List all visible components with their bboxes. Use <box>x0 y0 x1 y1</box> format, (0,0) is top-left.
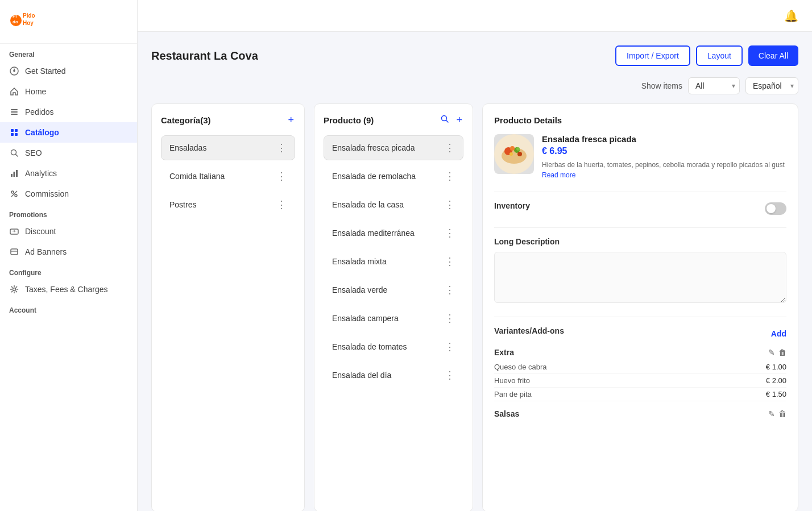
list-item[interactable]: Postres ⋮ <box>161 192 295 217</box>
delete-salsas-button[interactable]: 🗑 <box>778 409 786 418</box>
import-export-button[interactable]: Import / Export <box>615 45 690 66</box>
list-item[interactable]: Ensalada mediterránea ⋮ <box>324 221 463 246</box>
detail-panel: Producto Details <box>482 103 798 511</box>
product-item-menu[interactable]: ⋮ <box>445 142 455 154</box>
inventory-row: Inventory <box>494 201 786 216</box>
edit-addon-group-button[interactable]: ✎ <box>768 348 775 357</box>
product-item-menu[interactable]: ⋮ <box>445 170 455 182</box>
product-detail-top: Ensalada fresca picada € 6.95 Hierbas de… <box>494 134 786 180</box>
product-actions: + <box>439 113 463 127</box>
inventory-section: Inventory <box>494 192 786 216</box>
addon-group-actions: ✎ 🗑 <box>768 409 786 418</box>
search-product-button[interactable] <box>439 113 450 127</box>
sidebar-item-pedidos[interactable]: Pedidos <box>0 102 137 122</box>
svg-point-19 <box>11 191 14 193</box>
sidebar-item-commission[interactable]: Commission <box>0 184 137 204</box>
addon-group-header: Extra ✎ 🗑 <box>494 348 786 357</box>
compass-icon <box>9 66 19 76</box>
product-image <box>494 134 534 174</box>
svg-rect-11 <box>15 129 18 132</box>
sidebar-item-ad-banners[interactable]: Ad Banners <box>0 242 137 262</box>
product-title: Producto (9) <box>324 115 374 125</box>
variants-label: Variantes/Add-ons <box>494 326 564 335</box>
product-item-menu[interactable]: ⋮ <box>445 340 455 353</box>
variants-header: Variantes/Add-ons Add <box>494 326 786 341</box>
addon-group-name: Extra <box>494 348 514 357</box>
add-product-button[interactable]: + <box>455 113 463 127</box>
product-header: Producto (9) + <box>324 113 463 127</box>
notification-icon[interactable]: 🔔 <box>784 9 798 23</box>
product-item-menu[interactable]: ⋮ <box>445 198 455 211</box>
product-item-menu[interactable]: ⋮ <box>445 284 455 296</box>
svg-text:do: do <box>13 19 18 24</box>
svg-marker-6 <box>13 68 15 72</box>
list-item[interactable]: Ensalada de tomates ⋮ <box>324 334 463 359</box>
product-item-label: Ensalada del día <box>332 371 391 380</box>
variants-section: Variantes/Add-ons Add Extra ✎ 🗑 <box>494 317 786 418</box>
product-item-label: Ensalada verde <box>332 285 387 294</box>
add-category-button[interactable]: + <box>287 113 295 127</box>
svg-rect-13 <box>15 133 18 136</box>
product-price: € 6.95 <box>542 146 786 156</box>
list-item[interactable]: Ensalada verde ⋮ <box>324 277 463 302</box>
product-item-menu[interactable]: ⋮ <box>445 255 455 268</box>
svg-rect-9 <box>11 114 18 115</box>
topbar: 🔔 <box>138 0 812 32</box>
long-desc-label: Long Description <box>494 237 786 246</box>
list-item[interactable]: Ensalada mixta ⋮ <box>324 249 463 274</box>
list-item[interactable]: Ensalada del día ⋮ <box>324 363 463 388</box>
category-item-menu[interactable]: ⋮ <box>276 142 287 154</box>
product-item-menu[interactable]: ⋮ <box>445 312 455 325</box>
long-desc-textarea[interactable] <box>494 252 786 303</box>
read-more-link[interactable]: Read more <box>542 171 575 179</box>
list-item[interactable]: Ensalada de la casa ⋮ <box>324 192 463 217</box>
svg-point-20 <box>15 194 17 197</box>
list-item[interactable]: Ensaladas ⋮ <box>161 135 295 160</box>
sidebar-item-get-started[interactable]: Get Started <box>0 61 137 81</box>
product-item-menu[interactable]: ⋮ <box>445 369 455 381</box>
sidebar-item-catalogo[interactable]: Catálogo <box>0 122 137 143</box>
show-items-select-wrap: All Active Inactive <box>688 77 740 94</box>
svg-rect-8 <box>11 111 18 113</box>
sidebar-item-discount[interactable]: Discount <box>0 221 137 242</box>
edit-salsas-button[interactable]: ✎ <box>768 409 775 418</box>
inventory-toggle[interactable] <box>765 202 786 215</box>
add-variant-link[interactable]: Add <box>771 329 786 338</box>
category-header: Categoría(3) + <box>161 113 295 127</box>
product-item-menu[interactable]: ⋮ <box>445 227 455 239</box>
category-item-label: Ensaladas <box>169 143 206 152</box>
product-item-label: Ensalada fresca picada <box>332 143 415 152</box>
svg-line-15 <box>16 155 18 157</box>
show-items-select[interactable]: All Active Inactive <box>688 77 740 94</box>
content-area: Restaurant La Cova Import / Export Layou… <box>138 32 812 511</box>
list-icon <box>9 107 19 117</box>
product-info: Ensalada fresca picada € 6.95 Hierbas de… <box>542 134 786 180</box>
svg-point-31 <box>510 146 515 151</box>
sidebar-item-seo[interactable]: SEO <box>0 143 137 163</box>
list-item[interactable]: Ensalada de remolacha ⋮ <box>324 164 463 189</box>
long-description-section: Long Description <box>494 227 786 305</box>
list-item[interactable]: Ensalada campera ⋮ <box>324 306 463 331</box>
sidebar-item-taxes[interactable]: Taxes, Fees & Charges <box>0 279 137 300</box>
clear-all-button[interactable]: Clear All <box>748 45 798 66</box>
logo: Pi do Pido Hoy <box>0 0 137 44</box>
sidebar-item-home[interactable]: Home <box>0 81 137 102</box>
product-details-title: Producto Details <box>494 115 786 125</box>
category-item-menu[interactable]: ⋮ <box>276 170 287 182</box>
discount-icon <box>9 226 19 236</box>
sidebar-item-analytics[interactable]: Analytics <box>0 163 137 184</box>
svg-rect-18 <box>16 170 18 177</box>
product-item-label: Ensalada mixta <box>332 257 387 266</box>
configure-section-label: Configure <box>0 262 137 279</box>
category-item-menu[interactable]: ⋮ <box>276 198 287 211</box>
seo-icon <box>9 148 19 158</box>
addon-item-price: € 1.50 <box>766 390 786 398</box>
language-select[interactable]: Español English Catalan <box>745 77 798 94</box>
grid-icon <box>9 127 19 138</box>
list-item[interactable]: Ensalada fresca picada ⋮ <box>324 135 463 160</box>
product-item-label: Ensalada de tomates <box>332 342 407 351</box>
list-item[interactable]: Comida Italiana ⋮ <box>161 164 295 189</box>
delete-addon-group-button[interactable]: 🗑 <box>778 348 786 357</box>
layout-button[interactable]: Layout <box>696 45 743 66</box>
analytics-icon <box>9 168 19 178</box>
